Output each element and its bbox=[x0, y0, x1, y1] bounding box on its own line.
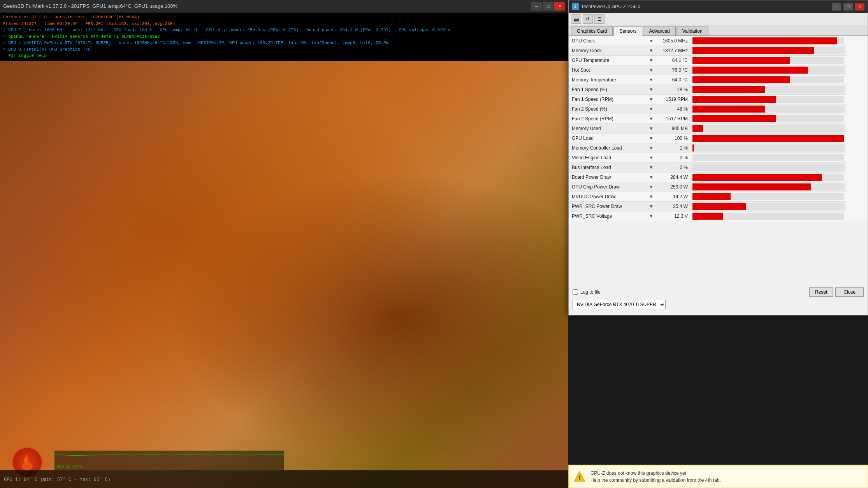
sensor-dropdown[interactable]: ▼ bbox=[647, 163, 656, 173]
sensor-bar-fill bbox=[692, 67, 808, 74]
sensor-dropdown[interactable]: ▼ bbox=[647, 75, 656, 85]
sensor-dropdown[interactable]: ▼ bbox=[647, 153, 656, 163]
sensor-value: 12.3 V bbox=[656, 211, 691, 221]
toolbar-refresh-btn[interactable]: ↺ bbox=[583, 14, 593, 24]
sensor-bar-cell bbox=[691, 192, 846, 202]
sensor-bar-fill bbox=[692, 37, 837, 44]
sensor-name: Memory Used bbox=[569, 124, 647, 134]
sensors-body: GPU Clock ▼ 1605.0 MHz Memory Clock ▼ 13… bbox=[569, 36, 846, 221]
sensor-dropdown[interactable]: ▼ bbox=[647, 95, 656, 104]
sensor-bar-cell bbox=[691, 36, 846, 46]
sensor-dropdown[interactable]: ▼ bbox=[647, 124, 656, 134]
sensor-bar-fill bbox=[692, 183, 811, 190]
sensor-value: 1 % bbox=[656, 143, 691, 153]
sensor-bar-bg bbox=[692, 47, 844, 54]
furmark-window: Geeks3D FurMark v1.37.2.0 - 201FPS, GPU1… bbox=[0, 0, 568, 488]
sensor-bar-bg bbox=[692, 154, 844, 161]
sensor-bar-fill bbox=[692, 193, 731, 200]
table-row[interactable]: PWR_SRC Voltage ▼ 12.3 V bbox=[569, 211, 846, 221]
tab-sensors[interactable]: Sensors bbox=[613, 26, 642, 36]
sensor-name: GPU Load bbox=[569, 134, 647, 143]
sensor-bar-bg bbox=[692, 193, 844, 200]
sensor-dropdown[interactable]: ▼ bbox=[647, 182, 656, 192]
sensor-bar-bg bbox=[692, 67, 844, 74]
sensor-dropdown[interactable]: ▼ bbox=[647, 192, 656, 202]
sensor-dropdown[interactable]: ▼ bbox=[647, 143, 656, 153]
sensor-bar-fill bbox=[692, 106, 765, 113]
sensor-name: GPU Chip Power Draw bbox=[569, 182, 647, 192]
sensor-bar-bg bbox=[692, 213, 844, 220]
sensor-dropdown[interactable]: ▼ bbox=[647, 173, 656, 182]
table-row[interactable]: Memory Controller Load ▼ 1 % bbox=[569, 143, 846, 153]
gpu-temp-text: GPU 1: 64° C (min: 57° C - max: 65° C) bbox=[4, 477, 111, 483]
gpuz-restore-btn[interactable]: □ bbox=[843, 3, 853, 11]
sensor-value: 1519 RPM bbox=[656, 95, 691, 104]
gpuz-close-title-btn[interactable]: ✕ bbox=[855, 3, 864, 11]
table-row[interactable]: Fan 1 Speed (%) ▼ 48 % bbox=[569, 85, 846, 95]
table-row[interactable]: GPU Clock ▼ 1605.0 MHz bbox=[569, 36, 846, 46]
gpuz-app-icon: Z bbox=[572, 3, 579, 10]
furmark-maximize-btn[interactable]: □ bbox=[543, 2, 553, 11]
furmark-canvas: GPU 1: 64°C GPU 1: 64° C (min: 57° C - m… bbox=[0, 61, 568, 488]
sensor-value: 76.0 °C bbox=[656, 65, 691, 75]
sensor-dropdown[interactable]: ▼ bbox=[647, 104, 656, 114]
gpuz-toolbar: 📷 ↺ ☰ bbox=[569, 13, 868, 25]
sensor-dropdown[interactable]: ▼ bbox=[647, 56, 656, 65]
log-to-file-checkbox[interactable] bbox=[573, 289, 578, 295]
sensor-bar-fill bbox=[692, 76, 790, 83]
sensor-dropdown[interactable]: ▼ bbox=[647, 202, 656, 211]
gpu-selector-dropdown[interactable]: NVIDIA GeForce RTX 4070 Ti SUPER bbox=[573, 300, 666, 309]
table-row[interactable]: Memory Used ▼ 805 MB bbox=[569, 124, 846, 134]
table-row[interactable]: Fan 2 Speed (RPM) ▼ 1517 RPM bbox=[569, 114, 846, 124]
table-row[interactable]: PWR_SRC Power Draw ▼ 25.4 W bbox=[569, 202, 846, 211]
furmark-minimize-btn[interactable]: ─ bbox=[531, 2, 542, 11]
sensor-bar-bg bbox=[692, 164, 844, 171]
reset-button[interactable]: Reset bbox=[809, 287, 833, 297]
table-row[interactable]: GPU Chip Power Draw ▼ 259.0 W bbox=[569, 182, 846, 192]
sensor-bar-fill bbox=[692, 86, 765, 93]
sensor-value: 14.2 W bbox=[656, 192, 691, 202]
sensor-dropdown[interactable]: ▼ bbox=[647, 211, 656, 221]
toolbar-menu-btn[interactable]: ☰ bbox=[594, 14, 604, 24]
toolbar-screenshot-btn[interactable]: 📷 bbox=[571, 14, 581, 24]
furmark-titlebar: Geeks3D FurMark v1.37.2.0 - 201FPS, GPU1… bbox=[0, 0, 568, 12]
gpuz-minimize-btn[interactable]: ─ bbox=[832, 3, 841, 11]
tab-validation[interactable]: Validation bbox=[676, 26, 708, 35]
table-row[interactable]: Memory Clock ▼ 1312.7 MHz bbox=[569, 46, 846, 56]
sensors-scroll-area[interactable]: GPU Clock ▼ 1605.0 MHz Memory Clock ▼ 13… bbox=[569, 36, 868, 221]
sensor-dropdown[interactable]: ▼ bbox=[647, 46, 656, 56]
sensor-bar-bg bbox=[692, 144, 844, 152]
table-row[interactable]: Fan 2 Speed (%) ▼ 48 % bbox=[569, 104, 846, 114]
table-row[interactable]: GPU Load ▼ 100 % bbox=[569, 134, 846, 143]
sensor-dropdown[interactable]: ▼ bbox=[647, 65, 656, 75]
tab-advanced[interactable]: Advanced bbox=[643, 26, 675, 35]
furmark-info-line6: > GPU 2 (Intel(R) UHD Graphics 770) bbox=[3, 46, 565, 53]
table-row[interactable]: Fan 1 Speed (RPM) ▼ 1519 RPM bbox=[569, 95, 846, 104]
furmark-info-line7: - F1: toggle help bbox=[3, 53, 565, 59]
sensor-dropdown[interactable]: ▼ bbox=[647, 36, 656, 46]
close-button[interactable]: Close bbox=[835, 287, 864, 297]
sensors-table: GPU Clock ▼ 1605.0 MHz Memory Clock ▼ 13… bbox=[569, 36, 868, 221]
sensor-name: Memory Temperature bbox=[569, 75, 647, 85]
tab-graphics-card[interactable]: Graphics Card bbox=[571, 26, 613, 35]
sensor-dropdown[interactable]: ▼ bbox=[647, 134, 656, 143]
sensor-bar-cell bbox=[691, 211, 846, 221]
svg-text:GPU 1: 64°C: GPU 1: 64°C bbox=[57, 464, 83, 469]
sensor-bar-bg bbox=[692, 174, 844, 181]
sensor-dropdown[interactable]: ▼ bbox=[647, 85, 656, 95]
table-row[interactable]: Memory Temperature ▼ 64.0 °C bbox=[569, 75, 846, 85]
sensor-name: Memory Controller Load bbox=[569, 143, 647, 153]
sensor-bar-bg bbox=[692, 57, 844, 64]
table-row[interactable]: Video Engine Load ▼ 0 % bbox=[569, 153, 846, 163]
table-row[interactable]: GPU Temperature ▼ 64.1 °C bbox=[569, 56, 846, 65]
sensor-bar-cell bbox=[691, 56, 846, 65]
table-row[interactable]: Bus Interface Load ▼ 0 % bbox=[569, 163, 846, 173]
sensor-bar-bg bbox=[692, 135, 844, 142]
table-row[interactable]: Board Power Draw ▼ 284.4 W bbox=[569, 173, 846, 182]
sensor-dropdown[interactable]: ▼ bbox=[647, 114, 656, 124]
table-row[interactable]: Hot Spot ▼ 76.0 °C bbox=[569, 65, 846, 75]
sensor-bar-cell bbox=[691, 114, 846, 124]
sensor-value: 805 MB bbox=[656, 124, 691, 134]
table-row[interactable]: MVDDC Power Draw ▼ 14.2 W bbox=[569, 192, 846, 202]
furmark-close-btn[interactable]: ✕ bbox=[554, 2, 565, 11]
